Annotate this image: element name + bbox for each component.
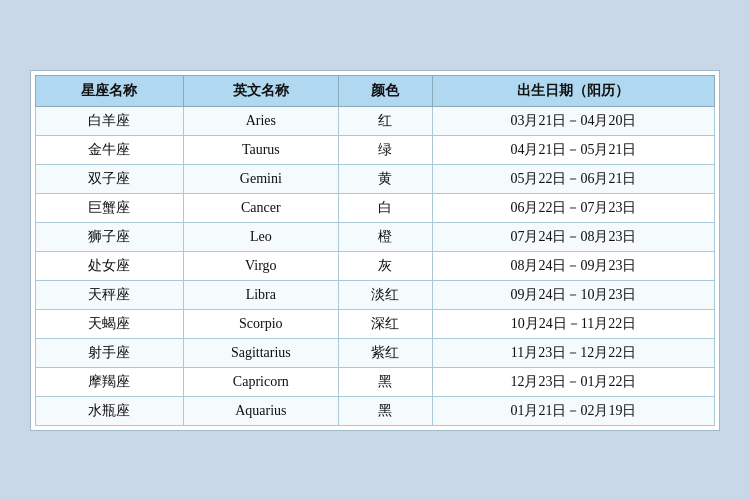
table-cell: 天秤座 [36,280,184,309]
col-header-color: 颜色 [338,75,432,106]
table-cell: Leo [183,222,338,251]
table-row: 天蝎座Scorpio深红10月24日－11月22日 [36,309,715,338]
table-cell: 黑 [338,367,432,396]
table-cell: 03月21日－04月20日 [432,106,714,135]
table-cell: 处女座 [36,251,184,280]
table-cell: Aquarius [183,396,338,425]
table-cell: 04月21日－05月21日 [432,135,714,164]
table-row: 射手座Sagittarius紫红11月23日－12月22日 [36,338,715,367]
table-cell: 深红 [338,309,432,338]
table-header-row: 星座名称 英文名称 颜色 出生日期（阳历） [36,75,715,106]
table-row: 双子座Gemini黄05月22日－06月21日 [36,164,715,193]
col-header-chinese-name: 星座名称 [36,75,184,106]
table-row: 天秤座Libra淡红09月24日－10月23日 [36,280,715,309]
col-header-english-name: 英文名称 [183,75,338,106]
table-cell: 01月21日－02月19日 [432,396,714,425]
table-cell: Sagittarius [183,338,338,367]
table-cell: Capricorn [183,367,338,396]
table-row: 处女座Virgo灰08月24日－09月23日 [36,251,715,280]
table-cell: Aries [183,106,338,135]
table-cell: Gemini [183,164,338,193]
table-cell: Virgo [183,251,338,280]
table-cell: 05月22日－06月21日 [432,164,714,193]
table-cell: 09月24日－10月23日 [432,280,714,309]
table-cell: 07月24日－08月23日 [432,222,714,251]
table-cell: 天蝎座 [36,309,184,338]
table-cell: Scorpio [183,309,338,338]
table-cell: 绿 [338,135,432,164]
table-row: 摩羯座Capricorn黑12月23日－01月22日 [36,367,715,396]
table-cell: 黄 [338,164,432,193]
table-row: 金牛座Taurus绿04月21日－05月21日 [36,135,715,164]
table-cell: 白羊座 [36,106,184,135]
table-cell: 白 [338,193,432,222]
table-row: 狮子座Leo橙07月24日－08月23日 [36,222,715,251]
table-cell: Cancer [183,193,338,222]
table-cell: 双子座 [36,164,184,193]
table-cell: 紫红 [338,338,432,367]
table-cell: 橙 [338,222,432,251]
table-cell: 黑 [338,396,432,425]
table-cell: 狮子座 [36,222,184,251]
table-cell: 12月23日－01月22日 [432,367,714,396]
table-row: 水瓶座Aquarius黑01月21日－02月19日 [36,396,715,425]
table-cell: 06月22日－07月23日 [432,193,714,222]
table-cell: Libra [183,280,338,309]
table-cell: 08月24日－09月23日 [432,251,714,280]
zodiac-table-wrapper: 星座名称 英文名称 颜色 出生日期（阳历） 白羊座Aries红03月21日－04… [30,70,720,431]
table-cell: Taurus [183,135,338,164]
table-cell: 11月23日－12月22日 [432,338,714,367]
table-cell: 射手座 [36,338,184,367]
table-row: 巨蟹座Cancer白06月22日－07月23日 [36,193,715,222]
zodiac-table: 星座名称 英文名称 颜色 出生日期（阳历） 白羊座Aries红03月21日－04… [35,75,715,426]
table-cell: 巨蟹座 [36,193,184,222]
table-cell: 摩羯座 [36,367,184,396]
table-cell: 10月24日－11月22日 [432,309,714,338]
col-header-birthdate: 出生日期（阳历） [432,75,714,106]
table-cell: 红 [338,106,432,135]
table-cell: 灰 [338,251,432,280]
table-row: 白羊座Aries红03月21日－04月20日 [36,106,715,135]
table-cell: 金牛座 [36,135,184,164]
table-cell: 淡红 [338,280,432,309]
table-cell: 水瓶座 [36,396,184,425]
